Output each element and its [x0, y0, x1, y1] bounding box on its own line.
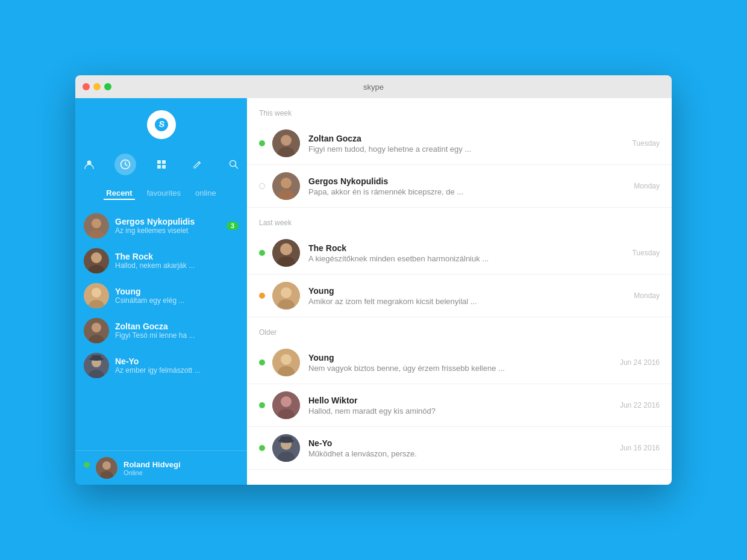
contact-preview: Hallod, nekem akarják ...	[115, 261, 239, 270]
msg-avatar-young-older	[272, 349, 300, 376]
msg-date: Monday	[634, 182, 660, 190]
svg-line-7	[235, 166, 237, 169]
contact-name: Zoltan Gocza	[115, 322, 239, 331]
svg-point-26	[102, 461, 111, 470]
avatar-zoltan	[84, 318, 109, 343]
contact-preview: Csináltam egy elég ...	[115, 296, 239, 305]
msg-status-dot-green	[259, 140, 265, 146]
nav-grid-icon[interactable]	[151, 154, 172, 175]
message-item-neyo-older[interactable]: Ne-Yo Működhet a lenvászon, persze. Jun …	[247, 427, 672, 470]
message-item-young-lastweek[interactable]: Young Amikor az izom felt megrakom kicsi…	[247, 275, 672, 317]
nav-recent-icon[interactable]	[114, 154, 136, 175]
contact-avatar-wrap	[84, 353, 109, 378]
app-window: skype	[75, 75, 672, 485]
current-user-avatar	[96, 457, 117, 479]
svg-rect-50	[280, 437, 292, 442]
msg-avatar-zoltan	[272, 129, 300, 157]
svg-rect-3	[162, 160, 166, 164]
svg-point-15	[92, 288, 101, 297]
msg-preview: A kiegészítőknek minden esetben harmoniz…	[308, 254, 626, 263]
traffic-lights	[83, 83, 111, 90]
contact-preview: Figyi Tesó mi lenne ha ...	[115, 331, 239, 340]
svg-point-29	[281, 135, 292, 146]
contact-avatar-wrap	[84, 318, 109, 343]
msg-preview: Amikor az izom felt megrakom kicsit bele…	[308, 297, 628, 306]
contact-info-therock: The Rock Hallod, nekem akarják ...	[115, 252, 239, 270]
contact-item-gergos[interactable]: Gergos Nykopulidis Az ing kellemes visel…	[75, 208, 247, 243]
msg-info-gergos: Gergos Nykopulidis Papa, akkor én is rám…	[308, 176, 628, 196]
contact-item-zoltan[interactable]: Zoltan Gocza Figyi Tesó mi lenne ha ...	[75, 313, 247, 348]
contact-info-gergos: Gergos Nykopulidis Az ing kellemes visel…	[115, 217, 227, 235]
msg-preview: Nem vagyok biztos benne, úgy érzem friss…	[308, 364, 614, 373]
skype-logo-icon	[147, 110, 176, 139]
msg-date: Jun 24 2016	[620, 358, 660, 367]
svg-point-44	[281, 396, 292, 407]
msg-preview: Figyi nem tudod, hogy lehetne a creatint…	[308, 145, 626, 154]
tab-online[interactable]: online	[193, 187, 219, 200]
msg-name: Gergos Nykopulidis	[308, 176, 628, 186]
close-button[interactable]	[83, 83, 90, 90]
minimize-button[interactable]	[93, 83, 101, 90]
avatar-neyo	[84, 353, 109, 378]
svg-point-9	[92, 219, 101, 228]
contact-item-therock[interactable]: The Rock Hallod, nekem akarják ...	[75, 243, 247, 278]
contact-info-zoltan: Zoltan Gocza Figyi Tesó mi lenne ha ...	[115, 322, 239, 340]
contact-item-young[interactable]: Young Csináltam egy elég ...	[75, 278, 247, 313]
message-item-gergos[interactable]: Gergos Nykopulidis Papa, akkor én is rám…	[247, 165, 672, 208]
svg-rect-2	[157, 160, 161, 164]
svg-rect-24	[92, 355, 101, 360]
avatar-gergos	[84, 213, 109, 238]
sidebar: Recent favourites online	[75, 98, 247, 485]
msg-preview: Hallod, nem maradt egy kis aminód?	[308, 406, 614, 415]
svg-rect-5	[162, 165, 166, 169]
contact-list: Gergos Nykopulidis Az ing kellemes visel…	[75, 206, 247, 450]
message-item-young-older[interactable]: Young Nem vagyok biztos benne, úgy érzem…	[247, 341, 672, 384]
msg-info-therock: The Rock A kiegészítőknek minden esetben…	[308, 243, 626, 263]
msg-preview: Működhet a lenvászon, persze.	[308, 449, 614, 458]
titlebar: skype	[75, 75, 672, 98]
tab-favourites[interactable]: favourites	[145, 187, 183, 200]
svg-point-18	[92, 323, 101, 332]
maximize-button[interactable]	[104, 83, 111, 90]
contact-avatar-wrap	[84, 248, 109, 273]
msg-info-neyo-older: Ne-Yo Működhet a lenvászon, persze.	[308, 438, 614, 458]
sidebar-footer: Roland Hidvegi Online	[75, 450, 247, 485]
msg-date: Jun 22 2016	[620, 401, 660, 409]
msg-preview: Papa, akkor én is rámennék bicepszre, de…	[308, 187, 628, 196]
nav-search-icon[interactable]	[223, 154, 245, 175]
svg-point-41	[281, 354, 292, 365]
msg-name: Young	[308, 286, 628, 296]
msg-avatar-neyo-older	[272, 434, 300, 462]
tab-recent[interactable]: Recent	[104, 187, 134, 200]
msg-info-young: Young Amikor az izom felt megrakom kicsi…	[308, 286, 628, 306]
nav-profile-icon[interactable]	[78, 154, 100, 175]
section-header-this-week: This week	[247, 98, 672, 122]
window-title: skype	[363, 82, 384, 92]
msg-info-young-older: Young Nem vagyok biztos benne, úgy érzem…	[308, 353, 614, 373]
msg-info-wiktor: Hello Wiktor Hallod, nem maradt egy kis …	[308, 396, 614, 415]
current-user-status-dot	[84, 462, 90, 468]
avatar-young	[84, 283, 109, 308]
message-item-zoltan[interactable]: Zoltan Gocza Figyi nem tudod, hogy lehet…	[247, 122, 672, 165]
contact-name: Gergos Nykopulidis	[115, 217, 227, 226]
contact-name: Ne-Yo	[115, 356, 239, 366]
main-content: This week Zoltan Gocza Figyi nem tudod, …	[247, 98, 672, 485]
contact-info-young: Young Csináltam egy elég ...	[115, 287, 239, 305]
sidebar-nav	[75, 149, 247, 185]
nav-edit-icon[interactable]	[187, 154, 208, 175]
msg-status-dot-empty	[259, 183, 265, 189]
contact-item-neyo[interactable]: Ne-Yo Az ember igy felmászott ...	[75, 348, 247, 383]
current-user-name: Roland Hidvegi	[123, 460, 181, 469]
message-item-therock[interactable]: The Rock A kiegészítőknek minden esetben…	[247, 232, 672, 275]
svg-rect-4	[157, 165, 161, 169]
app-body: Recent favourites online	[75, 98, 672, 485]
msg-date: Tuesday	[632, 249, 660, 257]
contact-avatar-wrap	[84, 213, 109, 238]
msg-avatar-young	[272, 282, 300, 310]
contact-name: The Rock	[115, 252, 239, 261]
avatar-therock	[84, 248, 109, 273]
msg-status-dot-green	[259, 402, 265, 408]
message-item-wiktor[interactable]: Hello Wiktor Hallod, nem maradt egy kis …	[247, 384, 672, 427]
current-user-info: Roland Hidvegi Online	[123, 460, 181, 476]
contact-preview: Az ing kellemes viselet	[115, 226, 227, 235]
